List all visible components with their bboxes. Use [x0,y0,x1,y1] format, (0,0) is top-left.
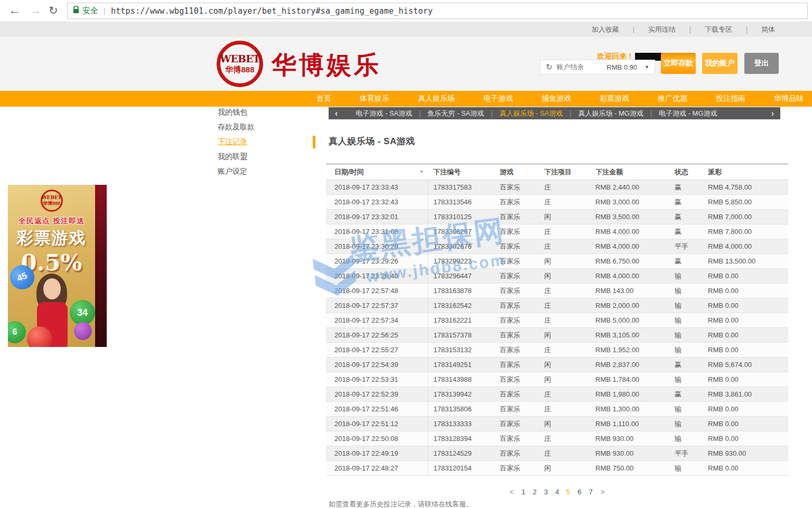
tab-3[interactable]: 真人娱乐场 - MG游戏 [578,109,643,118]
logout-button[interactable]: 登出 [744,53,779,74]
cell-payout: RMB 5,674.00 [703,358,788,372]
tab-2[interactable]: 真人娱乐场 - SA游戏 [499,109,563,118]
tab-0[interactable]: 电子游戏 - SA游戏 [356,109,412,118]
nav-item-6[interactable]: 推广优惠 [643,94,702,104]
page-5[interactable]: 5 [566,488,570,496]
balance-selector[interactable]: ↻ 账户结余 RMB 0.90 ▼ [540,60,655,74]
cell-bet-id: 1783153132 [428,343,494,358]
history-note: 如需查看更多历史投注记录，请联络在线客服。 [329,500,473,508]
site-logo[interactable]: WEBET 华博888 华博娱乐 [217,41,381,87]
cell-date: 2018-09-17 23:33:43 [326,180,428,195]
cell-bet-id: 1783135806 [428,402,494,417]
cell-date: 2018-09-17 22:57:48 [326,284,428,298]
browser-reload-icon[interactable]: ↻ [49,4,58,17]
utility-separator: | [623,26,644,33]
page-title: 真人娱乐场 - SA游戏 [329,135,415,147]
utility-link-0[interactable]: 加入收藏 [587,25,623,34]
chevron-down-icon[interactable]: ▼ [645,64,649,70]
page-6[interactable]: 6 [577,488,581,496]
page-2[interactable]: 2 [533,488,536,496]
page-4[interactable]: 4 [555,488,559,496]
promo-slide: WEBET 华博888 全民返点 投注即送 彩票游戏 0.5% 45 34 6 [8,185,95,347]
cell-game: 百家乐 [494,402,539,417]
cell-amount: RMB 4,000.00 [590,269,669,284]
sidebar-item-0[interactable]: 我的钱包 [209,105,315,119]
cell-bet-item: 庄 [539,402,590,417]
refresh-balance-icon[interactable]: ↻ [546,62,553,72]
column-header-2[interactable]: 游戏 [494,164,539,180]
cell-date: 2018-09-17 22:55:27 [326,343,428,358]
column-header-3[interactable]: 下注项目 [539,164,590,180]
cell-bet-id: 1783120154 [428,461,494,476]
url-divider: | [104,6,106,15]
utility-link-3[interactable]: 简体 [757,25,779,34]
sort-desc-icon[interactable]: ▼ [419,170,424,174]
cell-amount: RMB 1,300.00 [590,402,669,417]
secure-lock-icon [73,6,79,16]
nav-item-5[interactable]: 彩票游戏 [585,94,643,104]
welcome-text: 欢迎回来！ [597,52,634,60]
cell-status: 输 [669,417,703,431]
cell-bet-item: 闲 [539,358,590,372]
table-row: 2018-09-17 22:57:341783162221百家乐庄RMB 5,0… [326,313,788,328]
browser-forward-icon[interactable]: → [29,3,41,17]
cell-game: 百家乐 [494,195,539,210]
tab-4[interactable]: 电子游戏 - MG游戏 [659,109,717,118]
nav-item-7[interactable]: 投注指南 [702,94,760,104]
table-row: 2018-09-17 22:57:371783162542百家乐庄RMB 2,0… [326,298,788,313]
deposit-button[interactable]: 立即存款 [661,53,696,74]
table-row: 2018-09-17 23:32:431783313546百家乐庄RMB 3,0… [326,195,788,210]
column-header-1[interactable]: 下注编号 [428,164,494,180]
my-account-button[interactable]: 我的账户 [702,53,738,74]
promo-banner[interactable]: WEBET 华博888 全民返点 投注即送 彩票游戏 0.5% 45 34 6 [8,185,107,347]
cell-bet-id: 1783143988 [428,372,494,387]
cell-status: 赢 [669,180,703,195]
nav-item-2[interactable]: 真人娱乐场 [404,94,469,104]
cell-payout: RMB 0.00 [703,417,788,431]
cell-date: 2018-09-17 23:31:08 [326,224,428,239]
column-header-0[interactable]: 日期/时间▼ [326,164,428,180]
utility-link-2[interactable]: 下载专区 [701,25,736,34]
cell-status: 平手 [669,239,703,254]
sidebar-item-2[interactable]: 下注记录 [209,134,315,149]
cell-bet-item: 闲 [539,328,590,343]
cell-date: 2018-09-17 22:51:46 [326,402,428,417]
cell-game: 百家乐 [494,446,539,461]
cell-date: 2018-09-17 23:29:26 [326,254,428,269]
sidebar-item-4[interactable]: 账户设定 [209,164,315,178]
column-header-4[interactable]: 下注金额 [590,164,669,180]
sidebar-item-1[interactable]: 存款及取款 [209,119,315,134]
utility-link-1[interactable]: 实用连结 [644,25,680,34]
column-header-5[interactable]: 状态 [669,164,703,180]
table-row: 2018-09-17 22:49:191783124529百家乐庄RMB 930… [326,446,788,461]
url-text[interactable]: https://www.wbg1101.com/player/bet_histo… [111,6,433,16]
main-nav: 首页体育娱乐真人娱乐场电子游戏捕鱼游戏彩票游戏推广优惠投注指南华博品味 [0,91,812,107]
nav-item-1[interactable]: 体育娱乐 [346,94,404,104]
sidebar-item-3[interactable]: 我的联盟 [209,149,315,164]
cell-bet-item: 闲 [539,372,590,387]
secure-label: 安全 [82,6,98,16]
page-7[interactable]: 7 [589,488,593,496]
cell-game: 百家乐 [494,298,539,313]
column-header-6[interactable]: 派彩 [703,164,788,180]
nav-item-4[interactable]: 捕鱼游戏 [527,94,585,104]
page-next[interactable]: > [601,488,605,496]
cell-bet-id: 1783128394 [428,431,494,446]
nav-item-8[interactable]: 华博品味 [760,94,812,104]
cell-date: 2018-09-17 22:53:31 [326,372,428,387]
address-bar[interactable]: 安全 | https://www.wbg1101.com/player/bet_… [67,3,808,19]
browser-back-icon[interactable]: ← [8,3,21,17]
cell-date: 2018-09-17 22:52:39 [326,387,428,402]
tabs-scroll-left-icon[interactable]: ‹ [329,107,344,119]
tab-1[interactable]: 鱼乐无穷 - SA游戏 [427,109,484,118]
page-1[interactable]: 1 [521,488,525,496]
page-prev[interactable]: < [510,488,514,496]
logo-site-name: 华博娱乐 [272,49,381,82]
tabs-scroll-right-icon[interactable]: › [765,107,780,119]
cell-payout: RMB 7,000.00 [703,210,788,224]
nav-item-3[interactable]: 电子游戏 [469,94,527,104]
page-3[interactable]: 3 [544,488,548,496]
cell-bet-item: 闲 [539,269,590,284]
nav-item-0[interactable]: 首页 [302,94,346,104]
balance-label: 账户结余 [557,62,584,72]
